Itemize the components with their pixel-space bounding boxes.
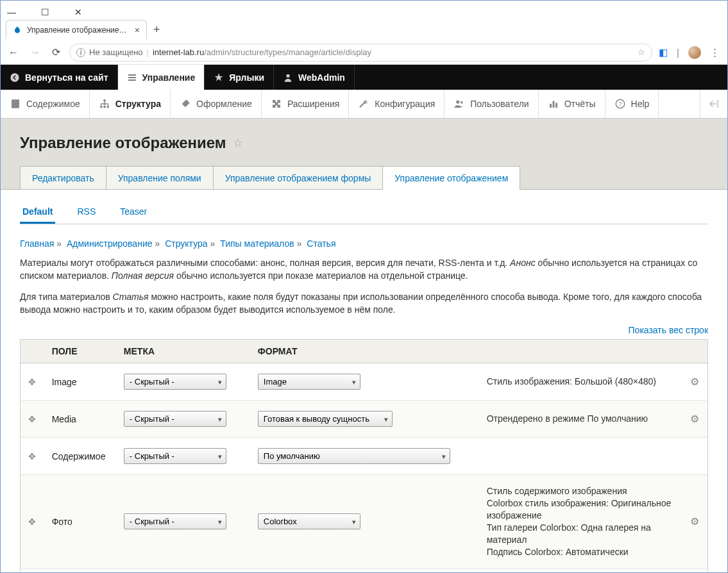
- browser-tab-strip: Управление отображением | int × +: [1, 19, 727, 40]
- admin-menu-content[interactable]: Содержимое: [1, 90, 90, 118]
- nav-forward-button[interactable]: →: [28, 47, 43, 58]
- tab-form-display[interactable]: Управление отображением формы: [213, 166, 384, 190]
- format-settings-summary: Стиль содержимого изображенияColorbox ст…: [479, 475, 682, 569]
- tab-edit[interactable]: Редактировать: [20, 166, 106, 190]
- browser-menu-icon[interactable]: ⋮: [710, 47, 720, 58]
- format-select[interactable]: Готовая к выводу сущность: [258, 411, 393, 427]
- svg-point-5: [103, 106, 106, 108]
- field-name: Фото: [44, 475, 116, 569]
- breadcrumb-types[interactable]: Типы материалов: [220, 238, 294, 249]
- svg-point-7: [456, 100, 459, 103]
- drag-handle-icon[interactable]: ✥: [28, 414, 36, 424]
- svg-point-0: [10, 73, 19, 81]
- drupal-favicon-icon: [13, 26, 22, 35]
- site-info-icon[interactable]: i: [76, 48, 85, 57]
- svg-rect-2: [12, 99, 19, 108]
- new-tab-button[interactable]: +: [153, 23, 160, 37]
- label-select[interactable]: - Скрытый -: [124, 374, 226, 390]
- label-select[interactable]: - Скрытый -: [124, 411, 226, 427]
- admin-menu-structure[interactable]: Структура: [90, 90, 171, 118]
- drag-handle-icon[interactable]: ✥: [28, 377, 36, 387]
- admin-menu-help[interactable]: ? Help: [605, 90, 659, 118]
- drag-handle-icon[interactable]: ✥: [28, 517, 36, 527]
- th-format: ФОРМАТ: [250, 340, 479, 363]
- gear-icon[interactable]: ⚙: [690, 516, 699, 527]
- drupal-toolbar: Вернуться на сайт Управление Ярлыки WebA…: [1, 65, 727, 90]
- table-row: ✥Media- Скрытый -Готовая к выводу сущнос…: [21, 401, 708, 438]
- svg-point-4: [100, 106, 103, 108]
- row-weights-toggle: Показать вес строк: [20, 325, 708, 335]
- th-label: МЕТКА: [116, 340, 250, 363]
- tab-manage-fields[interactable]: Управление полями: [106, 166, 214, 190]
- svg-point-3: [103, 99, 106, 102]
- toolbar-orientation-toggle[interactable]: [700, 90, 727, 118]
- breadcrumb-structure[interactable]: Структура: [165, 238, 207, 249]
- url-field[interactable]: i Не защищено | internet-lab.ru/admin/st…: [69, 44, 652, 62]
- help-icon: ?: [614, 98, 626, 110]
- admin-menu-config[interactable]: Конфигурация: [349, 90, 444, 118]
- format-settings-summary: Ссылка на указанную сущность: [479, 569, 682, 572]
- admin-menu-reports[interactable]: Отчёты: [539, 90, 605, 118]
- back-to-site-link[interactable]: Вернуться на сайт: [1, 65, 118, 90]
- window-close-button[interactable]: ✕: [67, 7, 89, 17]
- window-controls: — ☐ ✕: [1, 1, 727, 19]
- admin-menu-appearance[interactable]: Оформление: [171, 90, 262, 118]
- gear-icon[interactable]: ⚙: [690, 413, 699, 424]
- tab-manage-display[interactable]: Управление отображением: [382, 166, 520, 190]
- label-select[interactable]: - Скрытый -: [124, 513, 226, 529]
- profile-avatar[interactable]: [688, 46, 701, 59]
- display-fields-table: ПОЛЕ МЕТКА ФОРМАТ ✥Image- Скрытый -Image…: [20, 339, 708, 572]
- admin-menu-people[interactable]: Пользователи: [444, 90, 538, 118]
- window-minimize-button[interactable]: —: [1, 7, 22, 17]
- extension-icon[interactable]: ◧: [659, 47, 668, 58]
- format-select[interactable]: Colorbox: [258, 513, 360, 529]
- show-row-weights-link[interactable]: Показать вес строк: [629, 325, 708, 335]
- table-row: ✥Image- Скрытый -ImageСтиль изображения:…: [21, 363, 708, 401]
- hamburger-icon: [127, 72, 137, 83]
- field-name: Теги: [44, 569, 116, 572]
- shortcuts-link[interactable]: Ярлыки: [205, 65, 274, 90]
- browser-tab[interactable]: Управление отображением | int ×: [6, 20, 147, 39]
- drag-handle-icon[interactable]: ✥: [28, 451, 36, 461]
- shortcut-star-icon[interactable]: ☆: [233, 136, 243, 150]
- user-icon: [283, 72, 293, 83]
- label-select[interactable]: - Скрытый -: [124, 448, 226, 464]
- breadcrumb-admin[interactable]: Администрирование: [67, 238, 153, 249]
- sub-tab-default[interactable]: Default: [20, 201, 55, 224]
- tab-close-icon[interactable]: ×: [135, 25, 140, 35]
- sub-tab-rss[interactable]: RSS: [74, 201, 98, 224]
- reports-icon: [548, 98, 559, 110]
- table-row: ✥Содержимое- Скрытый -По умолчанию: [21, 438, 708, 475]
- sub-tab-teaser[interactable]: Teaser: [117, 201, 149, 224]
- star-icon: [214, 72, 224, 83]
- admin-menu-extend[interactable]: Расширения: [262, 90, 349, 118]
- help-paragraph-2: Для типа материалов Статья можно настрои…: [20, 290, 708, 317]
- content-icon: [10, 98, 21, 110]
- svg-point-1: [286, 74, 289, 77]
- user-menu[interactable]: WebAdmin: [274, 65, 355, 90]
- svg-rect-9: [550, 104, 552, 108]
- nav-reload-button[interactable]: ⟳: [49, 46, 63, 58]
- page-header: Управление отображением ☆ Редактировать …: [1, 119, 727, 190]
- field-name: Image: [44, 363, 116, 401]
- format-settings-summary: [479, 438, 682, 475]
- format-select[interactable]: Image: [258, 374, 360, 390]
- content-area: Default RSS Teaser Главная» Администриро…: [1, 189, 727, 572]
- svg-rect-10: [552, 101, 554, 108]
- gear-icon[interactable]: ⚙: [690, 376, 699, 387]
- help-paragraph-1: Материалы могут отображаться различными …: [20, 256, 708, 283]
- breadcrumb-home[interactable]: Главная: [20, 238, 54, 249]
- nav-back-button[interactable]: ←: [6, 47, 21, 58]
- puzzle-icon: [271, 98, 282, 110]
- window-maximize-button[interactable]: ☐: [34, 7, 56, 17]
- bookmark-star-icon[interactable]: ☆: [638, 47, 645, 57]
- format-select[interactable]: По умолчанию: [258, 448, 450, 464]
- table-row: ✥ТегиСверхуМеткаСсылка на указанную сущн…: [21, 569, 708, 572]
- extension-icon[interactable]: |: [677, 47, 679, 58]
- svg-point-8: [461, 101, 463, 104]
- back-arrow-icon: [10, 72, 20, 83]
- breadcrumb-article[interactable]: Статья: [307, 238, 335, 249]
- wrench-icon: [358, 98, 369, 110]
- manage-toggle[interactable]: Управление: [118, 65, 205, 90]
- format-settings-summary: Отрендерено в режиме По умолчанию: [479, 401, 682, 438]
